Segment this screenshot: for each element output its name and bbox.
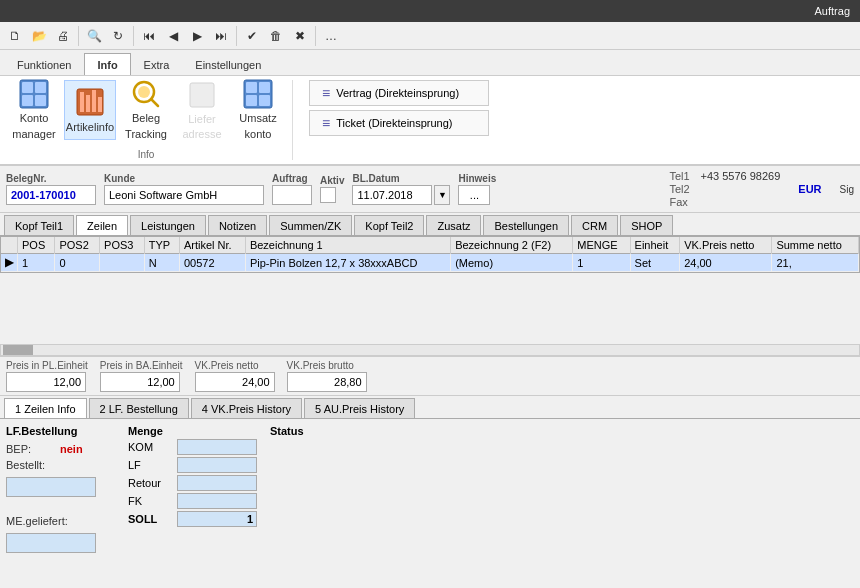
vertrag-btn[interactable]: ≡ Vertrag (Direkteinsprung) — [309, 80, 489, 106]
row-einheit: Set — [630, 254, 680, 272]
bestellt-label: Bestellt: — [6, 459, 56, 471]
vk-preis-netto-label: VK.Preis netto — [195, 360, 275, 371]
row-vk-preis-netto: 24,00 — [680, 254, 772, 272]
col-pos: POS — [18, 237, 55, 254]
tab-einstellungen[interactable]: Einstellungen — [182, 53, 274, 75]
artikelinfo-button[interactable]: Artikelinfo — [64, 80, 116, 140]
refresh-icon[interactable]: ↻ — [107, 25, 129, 47]
hscroll-thumb[interactable] — [3, 345, 33, 355]
ribbon-group-info-label: Info — [138, 149, 155, 160]
ticket-icon: ≡ — [322, 115, 330, 131]
more-icon[interactable]: … — [320, 25, 342, 47]
subtab-bestellungen[interactable]: Bestellungen — [483, 215, 569, 235]
row-pos3 — [100, 254, 145, 272]
sub-tabs: Kopf Teil1 Zeilen Leistungen Notizen Sum… — [0, 213, 860, 236]
subtab-leistungen[interactable]: Leistungen — [130, 215, 206, 235]
status-col: Status — [270, 425, 370, 553]
subtab-zusatz[interactable]: Zusatz — [426, 215, 481, 235]
cancel-icon[interactable]: ✖ — [289, 25, 311, 47]
menge-bar-lf — [177, 457, 257, 473]
subtab-kopf-teil2[interactable]: Kopf Teil2 — [354, 215, 424, 235]
title-text: Auftrag — [815, 5, 850, 17]
hinweis-btn[interactable]: ... — [458, 185, 490, 205]
bep-row: BEP: nein — [6, 443, 116, 455]
row-typ: N — [144, 254, 179, 272]
bl-datum-input[interactable] — [352, 185, 432, 205]
divider-1 — [78, 26, 79, 46]
form-area: BelegNr. Kunde Auftrag Aktiv BL.Datum ▼ … — [0, 166, 860, 213]
subtab-notizen[interactable]: Notizen — [208, 215, 267, 235]
info-tab-zeilen[interactable]: 1 Zeilen Info — [4, 398, 87, 418]
preis-pl-label: Preis in PL.Einheit — [6, 360, 88, 371]
liefer-adresse-button[interactable]: Liefer adresse — [176, 80, 228, 140]
preis-ba-label: Preis in BA.Einheit — [100, 360, 183, 371]
konto-manager-button[interactable]: Konto manager — [8, 80, 60, 140]
hinweis-label: Hinweis — [458, 173, 496, 184]
horizontal-scrollbar[interactable] — [0, 344, 860, 356]
subtab-zeilen[interactable]: Zeilen — [76, 215, 128, 235]
col-vk-preis-netto: VK.Preis netto — [680, 237, 772, 254]
info-tab-au-history[interactable]: 5 AU.Preis History — [304, 398, 415, 418]
vk-preis-netto-field: VK.Preis netto — [195, 360, 275, 392]
info-tab-vk-history[interactable]: 4 VK.Preis History — [191, 398, 302, 418]
print-icon[interactable]: 🖨 — [52, 25, 74, 47]
tab-funktionen[interactable]: Funktionen — [4, 53, 84, 75]
ticket-btn[interactable]: ≡ Ticket (Direkteinsprung) — [309, 110, 489, 136]
aktiv-checkbox[interactable] — [320, 187, 336, 203]
info-tab-lf-bestellung[interactable]: 2 LF. Bestellung — [89, 398, 189, 418]
new-icon[interactable]: 🗋 — [4, 25, 26, 47]
col-bezeichnung2: Bezeichnung 2 (F2) — [451, 237, 573, 254]
me-geliefert-input[interactable] — [6, 533, 96, 553]
row-bezeichnung1: Pip-Pin Bolzen 12,7 x 38xxxABCD — [245, 254, 450, 272]
subtab-crm[interactable]: CRM — [571, 215, 618, 235]
subtab-summen-zk[interactable]: Summen/ZK — [269, 215, 352, 235]
tab-info[interactable]: Info — [84, 53, 130, 75]
subtab-shop[interactable]: SHOP — [620, 215, 673, 235]
col-pos2: POS2 — [55, 237, 100, 254]
menge-label-kom: KOM — [128, 441, 173, 453]
approve-icon[interactable]: ✔ — [241, 25, 263, 47]
toolbar-icons: 🗋 📂 🖨 🔍 ↻ ⏮ ◀ ▶ ⏭ ✔ 🗑 ✖ … — [0, 22, 860, 50]
bl-datum-dropdown[interactable]: ▼ — [434, 185, 450, 205]
kunde-label: Kunde — [104, 173, 264, 184]
next-icon[interactable]: ▶ — [186, 25, 208, 47]
search-icon[interactable]: 🔍 — [83, 25, 105, 47]
vk-preis-brutto-field: VK.Preis brutto — [287, 360, 367, 392]
col-pos3: POS3 — [100, 237, 145, 254]
me-geliefert-row: ME.geliefert: — [6, 515, 116, 527]
table-row[interactable]: ▶ 1 0 N 00572 Pip-Pin Bolzen 12,7 x 38xx… — [1, 254, 859, 272]
kunde-input[interactable] — [104, 185, 264, 205]
preis-ba-input[interactable] — [100, 372, 180, 392]
row-pos2: 0 — [55, 254, 100, 272]
beleg-tracking-label: Beleg — [132, 112, 160, 125]
beleg-tracking-button[interactable]: Beleg Tracking — [120, 80, 172, 140]
row-menge: 1 — [573, 254, 630, 272]
tel2-label: Tel2 — [669, 183, 694, 195]
beleg-nr-input[interactable] — [6, 185, 96, 205]
fax-row: Fax — [669, 196, 780, 208]
vk-preis-netto-input[interactable] — [195, 372, 275, 392]
delete-icon[interactable]: 🗑 — [265, 25, 287, 47]
me-geliefert-label: ME.geliefert: — [6, 515, 68, 527]
vk-preis-brutto-label: VK.Preis brutto — [287, 360, 367, 371]
svg-rect-13 — [190, 83, 214, 107]
main-table: POS POS2 POS3 TYP Artikel Nr. Bezeichnun… — [1, 237, 859, 272]
svg-rect-8 — [92, 90, 96, 112]
open-icon[interactable]: 📂 — [28, 25, 50, 47]
bestellt-input[interactable] — [6, 477, 96, 497]
umsatz-konto-button[interactable]: Umsatz konto — [232, 80, 284, 140]
last-icon[interactable]: ⏭ — [210, 25, 232, 47]
prev-icon[interactable]: ◀ — [162, 25, 184, 47]
vk-preis-brutto-input[interactable] — [287, 372, 367, 392]
fax-label: Fax — [669, 196, 694, 208]
auftrag-label: Auftrag — [272, 173, 312, 184]
beleg-tracking-icon — [130, 79, 162, 109]
tab-extra[interactable]: Extra — [131, 53, 183, 75]
umsatz-konto-label: Umsatz — [239, 112, 276, 125]
subtab-kopf-teil1[interactable]: Kopf Teil1 — [4, 215, 74, 235]
first-icon[interactable]: ⏮ — [138, 25, 160, 47]
preis-pl-input[interactable] — [6, 372, 86, 392]
table-scroll: POS POS2 POS3 TYP Artikel Nr. Bezeichnun… — [0, 236, 860, 344]
sig-label: Sig — [840, 184, 854, 195]
info-tabs: 1 Zeilen Info 2 LF. Bestellung 4 VK.Prei… — [0, 396, 860, 419]
